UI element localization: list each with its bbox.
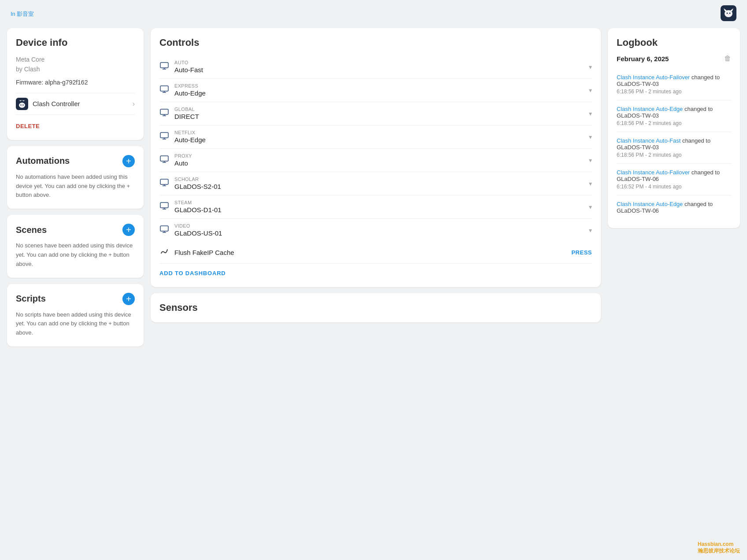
monitor-svg-2	[160, 108, 169, 117]
control-category-1: Express	[174, 83, 592, 88]
log-text-2: Clash Instance Auto-Fast changed to GLaD…	[617, 137, 731, 151]
svg-point-14	[22, 106, 22, 106]
monitor-icon-4	[159, 155, 169, 166]
svg-point-6	[729, 13, 731, 14]
trash-icon[interactable]: 🗑	[724, 55, 731, 63]
control-select-6[interactable]: Steam GLaDOS-D1-01 ▾	[174, 200, 592, 214]
svg-rect-15	[160, 63, 168, 68]
control-select-7[interactable]: Video GLaDOS-US-01 ▾	[174, 223, 592, 237]
flush-icon	[159, 247, 169, 258]
automations-title: Automations	[16, 156, 70, 166]
middle-column: Controls Auto Auto-Fast ▾	[151, 28, 601, 346]
control-row[interactable]: Netflix Auto-Edge ▾	[159, 125, 592, 149]
flush-press-button[interactable]: PRESS	[571, 249, 592, 256]
left-column: Device info Meta Core by Clash Firmware:…	[7, 28, 144, 346]
control-select-1[interactable]: Express Auto-Edge ▾	[174, 83, 592, 97]
log-entry: Clash Instance Auto-Edge changed to GLaD…	[617, 100, 731, 132]
sensors-card: Sensors	[151, 293, 601, 322]
svg-point-5	[727, 13, 728, 14]
watermark-sub: 瀚思彼岸技术论坛	[698, 548, 740, 554]
control-value-4: Auto	[174, 159, 188, 167]
add-to-dashboard-button[interactable]: ADD TO DASHBOARD	[159, 264, 226, 278]
control-row[interactable]: Auto Auto-Fast ▾	[159, 55, 592, 79]
plus-icon: +	[126, 295, 131, 303]
sensors-title: Sensors	[159, 302, 592, 313]
monitor-icon-0	[159, 62, 169, 73]
control-row[interactable]: Express Auto-Edge ▾	[159, 79, 592, 102]
main-layout: Device info Meta Core by Clash Firmware:…	[0, 28, 747, 354]
control-select-0[interactable]: Auto Auto-Fast ▾	[174, 60, 592, 74]
control-select-4[interactable]: Proxy Auto ▾	[174, 153, 592, 167]
device-name: Meta Core	[16, 56, 44, 63]
add-automation-button[interactable]: +	[122, 155, 135, 167]
scenes-header: Scenes +	[16, 224, 135, 236]
logbook-date-row: February 6, 2025 🗑	[617, 55, 731, 63]
clash-controller-row[interactable]: Clash Controller ›	[16, 93, 135, 115]
scripts-description: No scripts have been added using this de…	[16, 310, 135, 338]
svg-rect-21	[160, 109, 168, 114]
device-info-card: Device info Meta Core by Clash Firmware:…	[7, 28, 144, 140]
log-text-3: Clash Instance Auto-Failover changed to …	[617, 169, 731, 182]
monitor-icon-2	[159, 108, 169, 119]
controls-card: Controls Auto Auto-Fast ▾	[151, 28, 601, 287]
plus-icon: +	[126, 225, 131, 234]
monitor-icon-3	[159, 132, 169, 143]
control-row[interactable]: Video GLaDOS-US-01 ▾	[159, 219, 592, 242]
log-link-4[interactable]: Clash Instance Auto-Edge	[617, 201, 683, 207]
control-row[interactable]: Proxy Auto ▾	[159, 149, 592, 172]
scenes-description: No scenes have been added using this dev…	[16, 241, 135, 269]
control-category-2: GLOBAL	[174, 107, 592, 112]
control-value-0: Auto-Fast	[174, 66, 203, 74]
control-value-7: GLaDOS-US-01	[174, 229, 222, 237]
chevron-down-icon-3: ▾	[589, 133, 592, 140]
scenes-card: Scenes + No scenes have been added using…	[7, 215, 144, 277]
watermark-text: Hassbian.com	[698, 541, 733, 547]
svg-rect-33	[160, 203, 168, 208]
add-scene-button[interactable]: +	[122, 224, 135, 236]
add-script-button[interactable]: +	[122, 293, 135, 305]
delete-button[interactable]: DELETE	[16, 121, 40, 131]
log-link-0[interactable]: Clash Instance Auto-Failover	[617, 74, 690, 81]
svg-rect-27	[160, 156, 168, 161]
monitor-icon-6	[159, 202, 169, 213]
clash-controller-label: Clash Controller	[33, 100, 80, 107]
log-link-3[interactable]: Clash Instance Auto-Failover	[617, 169, 690, 176]
logbook-card: Logbook February 6, 2025 🗑 Clash Instanc…	[608, 28, 740, 228]
svg-rect-36	[160, 226, 168, 231]
log-entry: Clash Instance Auto-Failover changed to …	[617, 69, 731, 100]
log-time-0: 6:18:56 PM - 2 minutes ago	[617, 88, 731, 95]
control-select-5[interactable]: Scholar GLaDOS-S2-01 ▾	[174, 177, 592, 191]
svg-point-4	[725, 10, 732, 17]
control-row[interactable]: GLOBAL DIRECT ▾	[159, 102, 592, 125]
automations-description: No automations have been added using thi…	[16, 173, 135, 200]
monitor-svg-6	[160, 202, 169, 210]
svg-point-7	[728, 14, 729, 15]
log-text-4: Clash Instance Auto-Edge changed to GLaD…	[617, 201, 731, 214]
top-logo	[721, 5, 736, 23]
logbook-title: Logbook	[617, 37, 731, 48]
scripts-header: Scripts +	[16, 293, 135, 305]
device-info-title: Device info	[16, 37, 135, 48]
plus-icon: +	[126, 157, 131, 166]
log-text-0: Clash Instance Auto-Failover changed to …	[617, 74, 731, 87]
watermark: Hassbian.com 瀚思彼岸技术论坛	[698, 541, 740, 555]
control-select-3[interactable]: Netflix Auto-Edge ▾	[174, 130, 592, 144]
chevron-down-icon-7: ▾	[589, 227, 592, 234]
control-value-3: Auto-Edge	[174, 136, 206, 144]
clash-row-left: Clash Controller	[16, 98, 80, 110]
log-link-1[interactable]: Clash Instance Auto-Edge	[617, 106, 683, 112]
logbook-date: February 6, 2025	[617, 55, 669, 63]
automations-card: Automations + No automations have been a…	[7, 146, 144, 209]
monitor-svg-1	[160, 85, 169, 94]
control-value-6: GLaDOS-D1-01	[174, 206, 222, 214]
control-row[interactable]: Steam GLaDOS-D1-01 ▾	[159, 195, 592, 219]
automations-header: Automations +	[16, 155, 135, 167]
monitor-icon-1	[159, 85, 169, 96]
top-bar: In 影音室	[0, 0, 747, 28]
monitor-icon-7	[159, 225, 169, 236]
control-row[interactable]: Scholar GLaDOS-S2-01 ▾	[159, 172, 592, 195]
scenes-title: Scenes	[16, 225, 47, 235]
log-link-2[interactable]: Clash Instance Auto-Fast	[617, 137, 680, 144]
device-meta: Meta Core by Clash	[16, 55, 135, 74]
control-select-2[interactable]: GLOBAL DIRECT ▾	[174, 107, 592, 121]
